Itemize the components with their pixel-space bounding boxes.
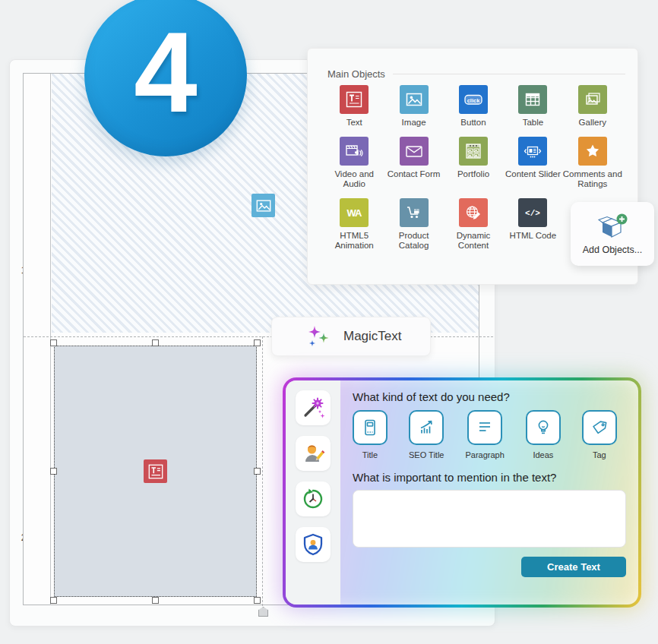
portfolio-object-icon (459, 137, 488, 166)
option-seo-title[interactable]: SEO Title (409, 410, 444, 459)
magictext-dialog: What kind of text do you need? (283, 377, 641, 608)
content-slider-object-icon (518, 137, 547, 166)
selection-handle-bottom-right[interactable] (254, 597, 261, 604)
add-objects-cube-icon (596, 213, 628, 240)
html5-animation-object-icon: WA (340, 198, 369, 227)
image-placeholder-icon[interactable] (251, 194, 275, 217)
selection-handle-bottom-middle[interactable] (152, 597, 159, 604)
selection-handle-bottom-left[interactable] (50, 597, 57, 604)
text-type-options: Title (353, 410, 626, 459)
question-text-details: What is important to mention in the text… (353, 471, 626, 484)
details-input[interactable] (353, 490, 626, 548)
option-ideas[interactable]: Ideas (526, 410, 561, 459)
gallery-object-icon (578, 85, 607, 114)
magictext-label: MagicText (343, 329, 402, 344)
html-code-text: </> (525, 209, 540, 218)
object-item-comments-ratings[interactable]: Comments and Ratings (563, 137, 622, 198)
object-item-image[interactable]: Image (384, 85, 443, 137)
option-paragraph[interactable]: Paragraph (465, 410, 504, 459)
tab-author-profile[interactable] (296, 436, 331, 471)
contact-form-object-icon (400, 137, 429, 166)
tag-option-icon (582, 410, 617, 445)
object-item-text[interactable]: Text (324, 85, 384, 137)
table-object-icon (518, 85, 547, 114)
person-edit-icon (301, 441, 325, 466)
button-click-text: click (467, 97, 481, 104)
question-text-type: What kind of text do you need? (353, 390, 626, 403)
selection-handle-mid-left[interactable] (50, 468, 57, 475)
stage: 1 2 4 Main Objects (0, 0, 658, 644)
object-item-contact-form[interactable]: Contact Form (384, 137, 443, 198)
html5-wa-text: WA (347, 207, 363, 218)
tab-history[interactable] (296, 481, 331, 516)
vertical-guide (262, 336, 263, 606)
magictext-sparkles-icon (305, 324, 331, 349)
object-item-gallery[interactable]: Gallery (563, 85, 622, 137)
object-item-table[interactable]: Table (503, 85, 562, 137)
product-catalog-object-icon (400, 198, 429, 227)
seo-title-option-icon (409, 410, 444, 445)
title-option-icon (353, 410, 388, 445)
tab-privacy[interactable] (296, 527, 331, 562)
button-object-icon: click (459, 85, 488, 114)
add-objects-button[interactable]: Add Objects... (571, 202, 654, 266)
selection-handle-mid-right[interactable] (254, 468, 261, 475)
shield-person-icon (301, 532, 325, 557)
object-item-product-catalog[interactable]: Product Catalog (384, 198, 443, 260)
selection-handle-top-middle[interactable] (152, 339, 159, 346)
step-badge: 4 (84, 0, 247, 156)
add-objects-label: Add Objects... (583, 245, 643, 255)
object-item-content-slider[interactable]: Content Slider (503, 137, 562, 198)
paragraph-option-icon (467, 410, 502, 445)
dialog-content: What kind of text do you need? (340, 380, 638, 605)
ideas-option-icon (526, 410, 561, 445)
object-item-video-audio[interactable]: Video and Audio (324, 137, 384, 198)
step-number: 4 (134, 15, 197, 129)
object-item-html-code[interactable]: </> HTML Code (503, 198, 562, 260)
selection-handle-top-right[interactable] (254, 339, 261, 346)
text-object-icon (340, 85, 369, 114)
create-text-button[interactable]: Create Text (521, 557, 626, 577)
option-title[interactable]: Title (353, 410, 388, 459)
history-clock-icon (301, 487, 325, 511)
main-objects-title: Main Objects (327, 68, 385, 80)
dialog-sidebar (286, 380, 340, 605)
image-object-icon (400, 85, 429, 114)
object-item-button[interactable]: click Button (444, 85, 503, 137)
video-audio-object-icon (340, 137, 369, 166)
magic-wand-icon (301, 396, 325, 420)
object-item-dynamic-content[interactable]: Dynamic Content (444, 198, 503, 260)
main-objects-divider (393, 74, 625, 74)
dynamic-content-object-icon (459, 198, 488, 227)
option-tag[interactable]: Tag (582, 410, 617, 459)
object-item-html5-animation[interactable]: WA HTML5 Animation (324, 198, 384, 260)
magictext-popover[interactable]: MagicText (271, 317, 431, 356)
tab-magic-wand[interactable] (296, 390, 331, 425)
text-placeholder-icon[interactable] (144, 459, 167, 483)
object-item-portfolio[interactable]: Portfolio (444, 137, 503, 198)
selection-handle-top-left[interactable] (50, 339, 57, 346)
comments-ratings-object-icon (578, 137, 607, 166)
html-code-object-icon: </> (518, 198, 547, 227)
